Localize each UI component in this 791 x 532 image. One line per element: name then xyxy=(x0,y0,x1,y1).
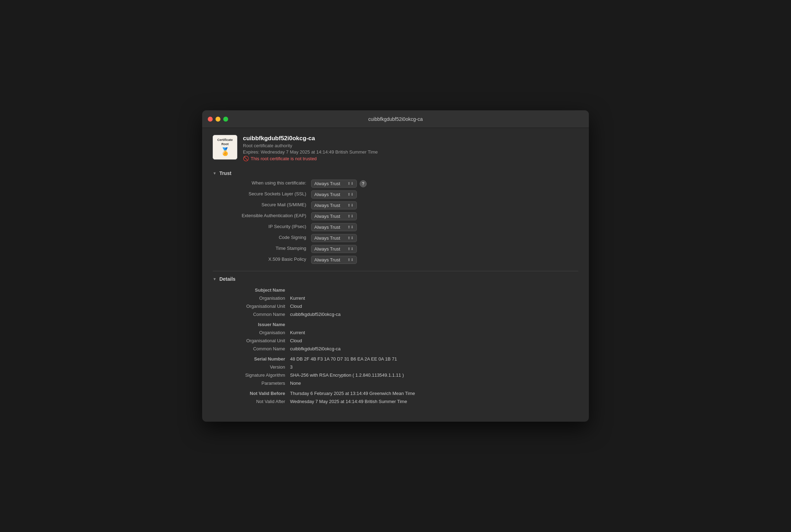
ipsec-label: IP Security (IPsec) xyxy=(220,222,311,233)
help-button[interactable]: ? xyxy=(360,180,367,187)
serial-label: Serial Number xyxy=(220,353,290,363)
subject-name-spacer xyxy=(290,284,578,294)
timestamp-label: Time Stamping xyxy=(220,244,311,254)
codesign-dropdown[interactable]: Always Trust ⬆⬇ xyxy=(311,234,357,242)
ipsec-dropdown[interactable]: Always Trust ⬆⬇ xyxy=(311,223,357,231)
x509-dropdown[interactable]: Always Trust ⬆⬇ xyxy=(311,256,357,264)
parameters-value: None xyxy=(290,379,578,387)
not-valid-before-label: Not Valid Before xyxy=(220,387,290,397)
warning-icon: 🚫 xyxy=(243,156,249,161)
serial-value: 48 DB 2F 4B F3 1A 70 D7 31 B6 EA 2A EE 0… xyxy=(290,353,578,363)
subject-orgunit-value: Cloud xyxy=(290,302,578,310)
ssl-dropdown-text: Always Trust xyxy=(314,192,340,197)
timestamp-dropdown-arrow-icon: ⬆⬇ xyxy=(347,247,354,251)
smime-dropdown-arrow-icon: ⬆⬇ xyxy=(347,203,354,208)
maximize-button[interactable] xyxy=(223,117,228,122)
help-icon: ? xyxy=(362,181,364,186)
cert-warning: 🚫 This root certificate is not trusted xyxy=(243,156,378,161)
subject-name-heading: Subject Name xyxy=(220,284,290,294)
x509-dropdown-arrow-icon: ⬆⬇ xyxy=(347,258,354,262)
when-using-dropdown[interactable]: Always Trust ⬆⬇ xyxy=(311,180,357,188)
not-valid-after-label: Not Valid After xyxy=(220,397,290,406)
cert-icon-seal: 🏅 xyxy=(220,147,230,156)
when-using-dropdown-text: Always Trust xyxy=(314,181,340,186)
issuer-cn-value: cuibbfkgdubf52i0okcg-ca xyxy=(290,345,578,353)
issuer-orgunit-label: Organisational Unit xyxy=(220,337,290,345)
ipsec-value: Always Trust ⬆⬇ xyxy=(311,222,578,233)
sig-algo-value: SHA-256 with RSA Encryption ( 1.2.840.11… xyxy=(290,371,578,379)
details-chevron-icon: ▼ xyxy=(213,277,217,281)
close-button[interactable] xyxy=(208,117,213,122)
titlebar: cuibbfkgdubf52i0okcg-ca xyxy=(202,110,589,128)
codesign-value: Always Trust ⬆⬇ xyxy=(311,233,578,244)
sig-algo-label: Signature Algorithm xyxy=(220,371,290,379)
timestamp-dropdown[interactable]: Always Trust ⬆⬇ xyxy=(311,245,357,253)
issuer-name-heading: Issuer Name xyxy=(220,318,290,329)
x509-value: Always Trust ⬆⬇ xyxy=(311,254,578,265)
minimize-button[interactable] xyxy=(216,117,220,122)
not-valid-after-value: Wednesday 7 May 2025 at 14:14:49 British… xyxy=(290,397,578,406)
not-valid-before-value: Thursday 6 February 2025 at 13:14:49 Gre… xyxy=(290,387,578,397)
eap-dropdown[interactable]: Always Trust ⬆⬇ xyxy=(311,212,357,220)
when-using-label: When using this certificate: xyxy=(220,178,311,189)
details-section-header[interactable]: ▼ Details xyxy=(213,274,578,284)
when-using-dropdown-arrow-icon: ⬆⬇ xyxy=(347,181,354,186)
cert-expires: Expires: Wednesday 7 May 2025 at 14:14:4… xyxy=(243,149,378,155)
ssl-dropdown[interactable]: Always Trust ⬆⬇ xyxy=(311,190,357,199)
subject-org-label: Organisation xyxy=(220,294,290,302)
codesign-dropdown-text: Always Trust xyxy=(314,235,340,241)
ipsec-dropdown-arrow-icon: ⬆⬇ xyxy=(347,225,354,229)
details-grid: Subject Name Organisation Kurrent Organi… xyxy=(213,284,578,406)
ssl-label: Secure Sockets Layer (SSL) xyxy=(220,189,311,200)
details-section: ▼ Details Subject Name Organisation Kurr… xyxy=(213,274,578,406)
smime-value: Always Trust ⬆⬇ xyxy=(311,200,578,211)
subject-org-value: Kurrent xyxy=(290,294,578,302)
issuer-orgunit-value: Cloud xyxy=(290,337,578,345)
smime-dropdown[interactable]: Always Trust ⬆⬇ xyxy=(311,201,357,209)
x509-label: X.509 Basic Policy xyxy=(220,254,311,265)
traffic-lights xyxy=(208,117,228,122)
smime-dropdown-text: Always Trust xyxy=(314,203,340,208)
eap-dropdown-text: Always Trust xyxy=(314,214,340,219)
window-title: cuibbfkgdubf52i0okcg-ca xyxy=(368,116,423,122)
codesign-label: Code Signing xyxy=(220,233,311,244)
trust-section-header[interactable]: ▼ Trust xyxy=(213,168,578,178)
version-value: 3 xyxy=(290,363,578,371)
cert-type: Root certificate authority xyxy=(243,143,378,148)
eap-value: Always Trust ⬆⬇ xyxy=(311,211,578,222)
issuer-cn-label: Common Name xyxy=(220,345,290,353)
cert-info: cuibbfkgdubf52i0okcg-ca Root certificate… xyxy=(243,135,378,161)
cert-name: cuibbfkgdubf52i0okcg-ca xyxy=(243,135,378,142)
ipsec-dropdown-text: Always Trust xyxy=(314,225,340,230)
cert-icon: CertificateRoot 🏅 xyxy=(213,135,237,160)
trust-grid: When using this certificate: Always Trus… xyxy=(213,178,578,265)
parameters-label: Parameters xyxy=(220,379,290,387)
when-using-value: Always Trust ⬆⬇ ? xyxy=(311,178,578,189)
content-area: CertificateRoot 🏅 cuibbfkgdubf52i0okcg-c… xyxy=(202,128,589,422)
cert-warning-text: This root certificate is not trusted xyxy=(251,156,317,161)
ssl-dropdown-arrow-icon: ⬆⬇ xyxy=(347,192,354,197)
certificate-window: cuibbfkgdubf52i0okcg-ca CertificateRoot … xyxy=(202,110,589,422)
cert-icon-text: CertificateRoot xyxy=(217,138,233,146)
issuer-org-label: Organisation xyxy=(220,329,290,337)
timestamp-dropdown-text: Always Trust xyxy=(314,246,340,252)
ssl-value: Always Trust ⬆⬇ xyxy=(311,189,578,200)
trust-chevron-icon: ▼ xyxy=(213,171,217,175)
subject-cn-label: Common Name xyxy=(220,310,290,318)
version-label: Version xyxy=(220,363,290,371)
codesign-dropdown-arrow-icon: ⬆⬇ xyxy=(347,236,354,240)
details-section-label: Details xyxy=(219,276,236,282)
subject-cn-value: cuibbfkgdubf52i0okcg-ca xyxy=(290,310,578,318)
eap-dropdown-arrow-icon: ⬆⬇ xyxy=(347,214,354,219)
issuer-name-spacer xyxy=(290,318,578,329)
cert-header: CertificateRoot 🏅 cuibbfkgdubf52i0okcg-c… xyxy=(213,135,578,161)
issuer-org-value: Kurrent xyxy=(290,329,578,337)
x509-dropdown-text: Always Trust xyxy=(314,257,340,262)
trust-section-label: Trust xyxy=(219,170,231,176)
timestamp-value: Always Trust ⬆⬇ xyxy=(311,244,578,254)
subject-orgunit-label: Organisational Unit xyxy=(220,302,290,310)
section-divider xyxy=(213,271,578,271)
eap-label: Extensible Authentication (EAP) xyxy=(220,211,311,222)
trust-section: ▼ Trust When using this certificate: Alw… xyxy=(213,168,578,265)
smime-label: Secure Mail (S/MIME) xyxy=(220,200,311,211)
